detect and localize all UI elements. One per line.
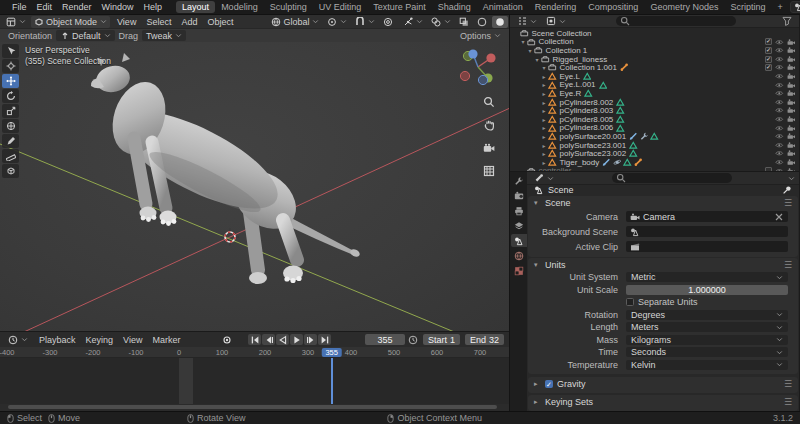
expander-icon[interactable]: ▸	[540, 73, 548, 80]
timeline-track-area[interactable]	[0, 358, 509, 404]
workspace-tab-compositing[interactable]: Compositing	[582, 1, 644, 13]
play-button[interactable]	[290, 334, 303, 345]
drag-tweak-dropdown[interactable]: Tweak	[142, 30, 186, 41]
gizmos-dropdown[interactable]	[400, 16, 426, 28]
panel-header[interactable]: ▸Keying Sets☰	[528, 395, 798, 408]
hide-viewport-icon[interactable]	[775, 63, 784, 72]
panel-menu-icon[interactable]: ☰	[784, 379, 792, 389]
properties-tab-output[interactable]	[511, 204, 527, 217]
panel-menu-icon[interactable]: ☰	[784, 198, 792, 208]
current-frame-field[interactable]: 355	[365, 334, 405, 345]
viewport-menu-add[interactable]: Add	[176, 17, 202, 27]
timeline-scrollbar[interactable]	[0, 404, 509, 411]
viewport-zoom-button[interactable]	[483, 96, 495, 108]
outliner-row[interactable]: ▾Rigged_lioness✓	[510, 55, 799, 64]
pin-icon[interactable]	[782, 185, 792, 195]
timeline-menu-keying[interactable]: Keying	[81, 335, 119, 345]
separate-units-checkbox[interactable]	[626, 298, 634, 306]
outliner-row[interactable]: ▸pCylinder8.006	[510, 124, 799, 133]
hide-render-icon[interactable]	[787, 106, 796, 115]
viewport-menu-select[interactable]: Select	[141, 17, 176, 27]
outliner-row[interactable]: ▸polySurface23.001	[510, 141, 799, 150]
expander-icon[interactable]: ▾	[519, 38, 527, 45]
properties-editor-type-button[interactable]	[531, 172, 557, 184]
editor-type-button[interactable]	[3, 16, 29, 28]
hide-render-icon[interactable]	[787, 132, 796, 141]
use-preview-range-icon[interactable]	[408, 335, 418, 345]
expander-icon[interactable]: ▾	[540, 64, 548, 71]
hide-render-icon[interactable]	[787, 149, 796, 158]
properties-tab-scene[interactable]	[511, 234, 527, 247]
hide-render-icon[interactable]	[787, 46, 796, 55]
dropdown-length[interactable]: Meters	[626, 322, 788, 332]
timeline-menu-marker[interactable]: Marker	[147, 335, 185, 345]
properties-tab-tool[interactable]	[511, 174, 527, 187]
workspace-tab-modeling[interactable]: Modeling	[215, 1, 264, 13]
chevron-down-icon[interactable]	[788, 175, 795, 182]
object-field-active-clip[interactable]	[626, 241, 788, 252]
scene-panel-header[interactable]: ▾ Scene ☰	[528, 196, 798, 209]
shading-wireframe-button[interactable]	[474, 16, 490, 28]
next-keyframe-button[interactable]	[304, 334, 317, 345]
tool-cursor-3d-button[interactable]	[2, 59, 19, 73]
orientation-dropdown[interactable]: Global	[268, 16, 322, 28]
play-reverse-button[interactable]	[276, 334, 289, 345]
properties-tab-render[interactable]	[511, 189, 527, 202]
outliner-row[interactable]: ▸polySurface20.001	[510, 132, 799, 141]
hide-render-icon[interactable]	[787, 115, 796, 124]
hide-render-icon[interactable]	[787, 38, 796, 47]
hide-viewport-icon[interactable]	[775, 132, 784, 141]
outliner-row[interactable]: ▸Eye.L	[510, 72, 799, 81]
dropdown-time[interactable]: Seconds	[626, 347, 788, 357]
unit-scale-slider[interactable]: 1.000000	[626, 285, 788, 295]
dropdown-unit-system[interactable]: Metric	[626, 272, 788, 282]
topbar-menu-file[interactable]: File	[7, 2, 32, 12]
properties-search-input[interactable]	[612, 173, 732, 183]
workspace-tab-scripting[interactable]: Scripting	[724, 1, 771, 13]
hide-render-icon[interactable]	[787, 55, 796, 64]
viewport-pan-button[interactable]	[483, 119, 495, 131]
frame-start-field[interactable]: Start1	[423, 334, 460, 345]
viewport-camera-view-button[interactable]	[483, 142, 495, 154]
pivot-dropdown[interactable]	[324, 16, 350, 28]
workspace-tab-animation[interactable]: Animation	[477, 1, 529, 13]
proportional-edit-toggle[interactable]	[380, 16, 396, 28]
outliner-row[interactable]: ▸polySurface23.002	[510, 149, 799, 158]
auto-keying-toggle[interactable]	[220, 334, 233, 345]
panel-header[interactable]: ▸✓Gravity☰	[528, 377, 798, 390]
expander-icon[interactable]: ▾	[533, 56, 541, 63]
outliner-row[interactable]: ▸pCylinder8.002	[510, 98, 799, 107]
properties-tab-view-layer[interactable]	[511, 219, 527, 232]
outliner-row[interactable]: ▸Tiger_body	[510, 158, 799, 167]
workspace-tab-rendering[interactable]: Rendering	[529, 1, 583, 13]
expander-icon[interactable]: ▸	[540, 107, 548, 114]
hide-viewport-icon[interactable]	[775, 81, 784, 90]
expander-icon[interactable]: ▸	[540, 133, 548, 140]
jump-end-button[interactable]	[318, 334, 331, 345]
outliner-row[interactable]: ▾Collection 1.001✓	[510, 63, 799, 72]
hide-render-icon[interactable]	[787, 158, 796, 167]
properties-tab-world[interactable]	[511, 249, 527, 262]
hide-render-icon[interactable]	[787, 63, 796, 72]
hide-viewport-icon[interactable]	[775, 89, 784, 98]
timeline-menu-playback[interactable]: Playback	[34, 335, 81, 345]
options-dropdown[interactable]: Options	[460, 31, 501, 41]
hide-viewport-icon[interactable]	[775, 38, 784, 47]
frame-end-field[interactable]: End32	[465, 334, 504, 345]
playhead-line[interactable]	[331, 358, 333, 404]
dropdown-temperature[interactable]: Kelvin	[626, 360, 788, 370]
tool-annotate-button[interactable]	[2, 134, 19, 148]
object-field-background-scene[interactable]	[626, 226, 788, 237]
hide-viewport-icon[interactable]	[775, 106, 784, 115]
timeline-menu-view[interactable]: View	[118, 335, 147, 345]
viewport-menu-object[interactable]: Object	[202, 17, 238, 27]
hide-viewport-icon[interactable]	[775, 72, 784, 81]
dropdown-rotation[interactable]: Degrees	[626, 310, 788, 320]
hide-viewport-icon[interactable]	[775, 98, 784, 107]
hide-render-icon[interactable]	[787, 124, 796, 133]
expander-icon[interactable]: ▸	[540, 90, 548, 97]
workspace-tab-uv-editing[interactable]: UV Editing	[313, 1, 368, 13]
orientation-default-dropdown[interactable]: Default	[56, 30, 115, 41]
expander-icon[interactable]: ▸	[540, 81, 548, 88]
tool-scale-button[interactable]	[2, 104, 19, 118]
